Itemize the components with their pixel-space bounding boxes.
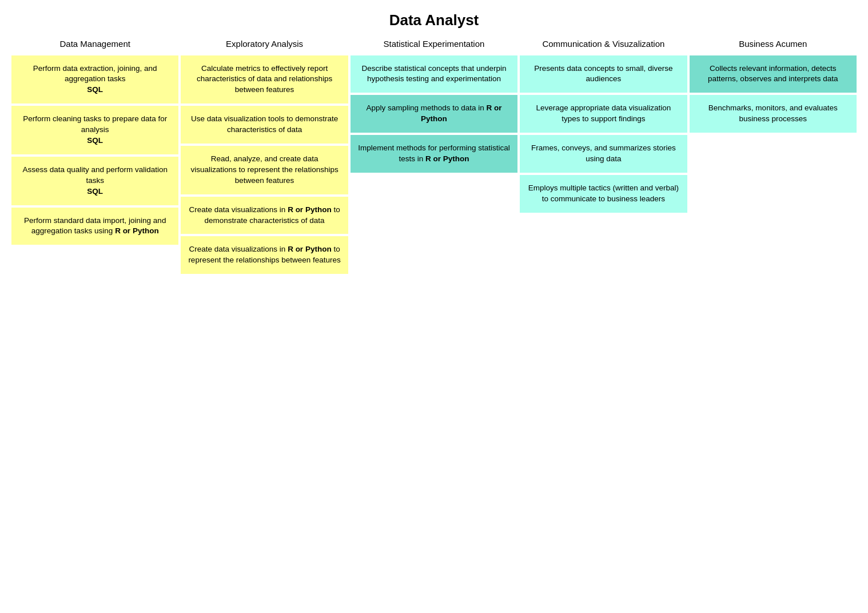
skill-cell: Employs multiple tactics (written and ve… [520, 175, 687, 213]
skill-cell: Implement methods for performing statist… [351, 135, 517, 173]
skill-cell: Read, analyze, and create data visualiza… [181, 146, 348, 194]
column-header: Data Management [11, 35, 178, 53]
skill-cell: Perform data extraction, joining, and ag… [11, 55, 178, 104]
column: Presents data concepts to small, diverse… [520, 55, 687, 213]
skill-cell: Leverage appropriate data visualization … [520, 95, 687, 133]
column-header: Statistical Experimentation [351, 35, 517, 53]
column-headers: Data ManagementExploratory AnalysisStati… [11, 35, 857, 53]
columns-area: Perform data extraction, joining, and ag… [11, 55, 857, 274]
column-header: Communication & Visuzalization [520, 35, 687, 53]
skill-cell: Create data visualizations in R or Pytho… [181, 197, 348, 234]
skill-cell: Create data visualizations in R or Pytho… [181, 236, 348, 274]
column: Collects relevant information, detects p… [690, 55, 857, 133]
skill-cell: Apply sampling methods to data in R or P… [351, 95, 517, 133]
skill-cell: Frames, conveys, and summarizes stories … [520, 135, 687, 173]
skill-cell: Presents data concepts to small, diverse… [520, 55, 687, 93]
column: Calculate metrics to effectively report … [181, 55, 348, 274]
skill-cell: Assess data quality and perform validati… [11, 157, 178, 205]
main-container: Data Analyst Data ManagementExploratory … [11, 11, 857, 274]
column-header: Business Acumen [690, 35, 857, 53]
skill-cell: Benchmarks, monitors, and evaluates busi… [690, 95, 857, 133]
column: Perform data extraction, joining, and ag… [11, 55, 178, 245]
column-header: Exploratory Analysis [181, 35, 348, 53]
column: Describe statistical concepts that under… [351, 55, 517, 173]
skill-cell: Describe statistical concepts that under… [351, 55, 517, 93]
skill-cell: Use data visualization tools to demonstr… [181, 106, 348, 144]
skill-cell: Collects relevant information, detects p… [690, 55, 857, 93]
skill-cell: Calculate metrics to effectively report … [181, 55, 348, 104]
skill-cell: Perform standard data import, joining an… [11, 208, 178, 245]
skill-cell: Perform cleaning tasks to prepare data f… [11, 106, 178, 154]
page-title: Data Analyst [11, 11, 857, 29]
